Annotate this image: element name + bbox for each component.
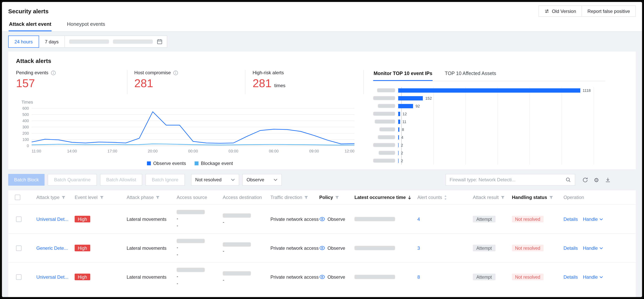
event-count-bar[interactable]: [398, 96, 423, 100]
observe-eye-icon: [319, 246, 325, 250]
batch-ignore-button[interactable]: Batch Ignore: [146, 174, 185, 186]
download-icon: [605, 177, 611, 183]
column-header-traffic-direction: Traffic direction: [262, 195, 312, 200]
calendar-icon: [157, 39, 162, 44]
alert-count-link[interactable]: 3: [417, 245, 420, 251]
column-label: Traffic direction: [270, 195, 302, 200]
event-count-bar[interactable]: [398, 143, 398, 147]
refresh-button[interactable]: [582, 177, 588, 183]
legend-label: Blockage event: [201, 161, 233, 166]
search-icon[interactable]: [565, 177, 571, 182]
batch-block-button[interactable]: Batch Block: [8, 174, 45, 186]
column-header-operation: Operation: [556, 195, 636, 200]
event-count-bar[interactable]: [398, 151, 398, 155]
handling-status-badge: Not resolved: [512, 245, 544, 251]
search-input[interactable]: Firewall type: Network Detecti...: [445, 174, 575, 186]
bar-value-label: 8: [402, 127, 404, 132]
info-icon[interactable]: [173, 70, 178, 75]
svg-text:20:00: 20:00: [148, 149, 158, 153]
event-count-bar[interactable]: [398, 135, 399, 139]
tab-attack-alert-event[interactable]: Attack alert event: [8, 19, 52, 31]
gear-icon: ⚙: [594, 177, 599, 183]
chevron-down-icon: [274, 178, 278, 181]
attack-type-link[interactable]: Universal Det...: [36, 274, 68, 280]
handling-status-select[interactable]: Not resolved: [191, 174, 239, 186]
destination-extra-line: -: [223, 277, 224, 282]
batch-quarantine-button[interactable]: Batch Quarantine: [48, 174, 97, 186]
tab-monitor-top10-event-ips[interactable]: Monitor TOP 10 event IPs: [373, 70, 433, 81]
redacted-access-source: [177, 239, 205, 243]
source-extra-line: -: [177, 252, 178, 257]
filter-icon[interactable]: [156, 195, 160, 200]
chevron-down-icon: [599, 247, 603, 249]
details-link[interactable]: Details: [564, 216, 578, 222]
handle-link[interactable]: Handle: [583, 245, 603, 251]
settings-button[interactable]: ⚙: [594, 177, 599, 183]
tab-top10-affected-assets[interactable]: TOP 10 Affected Assets: [444, 70, 497, 81]
chevron-down-icon: [599, 218, 603, 220]
legend-item-blockage-event[interactable]: Blockage event: [194, 161, 233, 166]
legend-item-observe-events[interactable]: Observe events: [147, 161, 186, 166]
attack-type-link[interactable]: Generic Dete...: [36, 245, 68, 251]
table-row: Universal Det...HighLateral movements---…: [8, 204, 636, 233]
svg-text:600: 600: [22, 106, 29, 110]
row-checkbox[interactable]: [16, 274, 22, 280]
alerts-table: Attack typeEvent levelAttack phaseAccess…: [8, 190, 636, 297]
stat-row: Pending events 157 Host compromise 281: [16, 70, 364, 94]
column-header-event-level: Event level: [67, 195, 119, 200]
page-title: Security alerts: [8, 8, 49, 14]
handle-link[interactable]: Handle: [583, 274, 603, 280]
time-range-filter: 24 hours 7 days: [8, 36, 636, 48]
info-icon[interactable]: [50, 70, 56, 75]
filter-icon[interactable]: [335, 195, 340, 200]
alert-count-link[interactable]: 4: [417, 216, 420, 222]
stat-label: High-risk alerts: [253, 70, 284, 76]
filter-icon[interactable]: [304, 195, 308, 200]
details-link[interactable]: Details: [564, 274, 578, 280]
download-button[interactable]: [605, 177, 611, 183]
filter-icon[interactable]: [62, 195, 66, 200]
sort-icon[interactable]: [444, 195, 447, 200]
alert-count-link[interactable]: 8: [417, 274, 420, 280]
redacted-access-destination: [223, 214, 251, 218]
event-count-bar[interactable]: [398, 104, 413, 108]
observe-eye-icon: [319, 275, 325, 279]
date-range-picker[interactable]: [64, 36, 167, 48]
filter-icon[interactable]: [549, 195, 553, 200]
event-count-bar[interactable]: [398, 120, 400, 124]
redacted-ip-label: [378, 104, 395, 108]
column-header-handling-status: Handling status: [504, 195, 556, 200]
event-count-bar[interactable]: [398, 112, 400, 116]
report-false-positive-button[interactable]: Report false positive: [582, 6, 636, 17]
bar-value-label: 11: [402, 120, 406, 124]
policy-select[interactable]: Observe: [242, 174, 282, 186]
svg-text:500: 500: [22, 112, 29, 117]
attack-result-badge: Attempt: [473, 245, 495, 251]
table-body: Universal Det...HighLateral movements---…: [8, 204, 636, 291]
svg-text:200: 200: [22, 131, 29, 136]
range-24-hours-button[interactable]: 24 hours: [8, 36, 39, 48]
legend-label: Observe events: [153, 161, 186, 166]
handle-link[interactable]: Handle: [583, 216, 603, 222]
event-count-bar[interactable]: [398, 127, 400, 132]
page-content: 24 hours 7 days Attack alerts Pending ev…: [2, 32, 642, 297]
event-count-bar[interactable]: [398, 158, 398, 163]
tab-honeypot-events[interactable]: Honeypot events: [67, 19, 106, 31]
row-checkbox[interactable]: [16, 245, 22, 251]
batch-allowlist-button[interactable]: Batch Allowlist: [100, 174, 142, 186]
filter-icon[interactable]: [100, 195, 104, 200]
event-count-bar[interactable]: [398, 88, 580, 92]
attack-type-link[interactable]: Universal Det...: [36, 216, 68, 222]
access-destination-cell: -: [215, 271, 262, 282]
source-extra-line: -: [177, 223, 178, 228]
redacted-occurrence-time: [354, 246, 395, 250]
bar-value-label: 2: [401, 143, 403, 147]
column-label: Operation: [564, 195, 584, 200]
details-link[interactable]: Details: [564, 245, 578, 251]
attack-trend-section: Times 010020030040050060011:0014:0017:00…: [16, 100, 364, 166]
select-all-checkbox[interactable]: [15, 195, 20, 200]
old-version-button[interactable]: Old Version: [538, 6, 582, 17]
destination-extra-line: -: [223, 219, 224, 225]
range-7-days-button[interactable]: 7 days: [38, 36, 65, 48]
row-checkbox[interactable]: [16, 216, 22, 222]
